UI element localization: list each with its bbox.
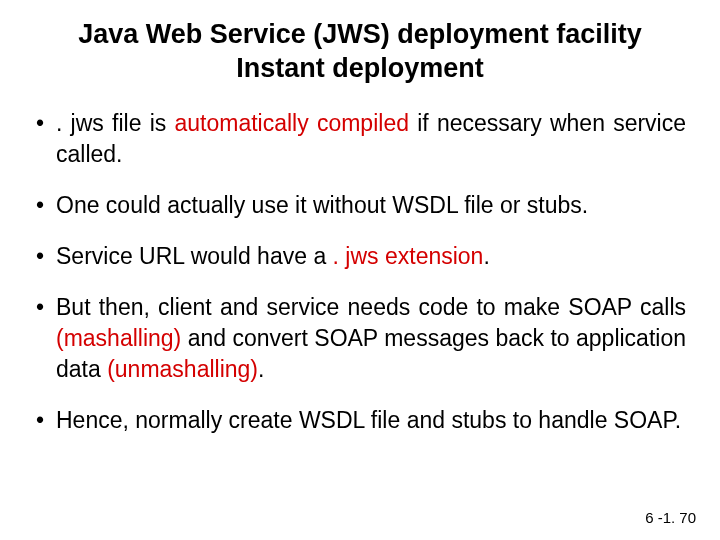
slide: Java Web Service (JWS) deployment facili…	[0, 0, 720, 540]
slide-title: Java Web Service (JWS) deployment facili…	[34, 18, 686, 86]
slide-number: 6 -1. 70	[645, 509, 696, 526]
bullet-4-text-a: But then, client and service needs code …	[56, 294, 686, 320]
bullet-3: Service URL would have a . jws extension…	[34, 241, 686, 272]
bullet-3-text-a: Service URL would have a	[56, 243, 333, 269]
bullet-4-highlight-2: (unmashalling)	[107, 356, 258, 382]
bullet-3-text-c: .	[483, 243, 489, 269]
bullet-1-text-a: . jws file is	[56, 110, 174, 136]
title-line-1: Java Web Service (JWS) deployment facili…	[78, 19, 642, 49]
bullet-2: One could actually use it without WSDL f…	[34, 190, 686, 221]
bullet-4-highlight-1: (mashalling)	[56, 325, 181, 351]
bullet-3-highlight: . jws extension	[333, 243, 484, 269]
bullet-5-text: Hence, normally create WSDL file and stu…	[56, 407, 681, 433]
bullet-4-text-e: .	[258, 356, 264, 382]
bullet-list: . jws file is automatically compiled if …	[34, 108, 686, 436]
bullet-4: But then, client and service needs code …	[34, 292, 686, 385]
bullet-1-highlight: automatically compiled	[174, 110, 409, 136]
bullet-1: . jws file is automatically compiled if …	[34, 108, 686, 170]
bullet-5: Hence, normally create WSDL file and stu…	[34, 405, 686, 436]
title-line-2: Instant deployment	[236, 53, 484, 83]
bullet-2-text: One could actually use it without WSDL f…	[56, 192, 588, 218]
